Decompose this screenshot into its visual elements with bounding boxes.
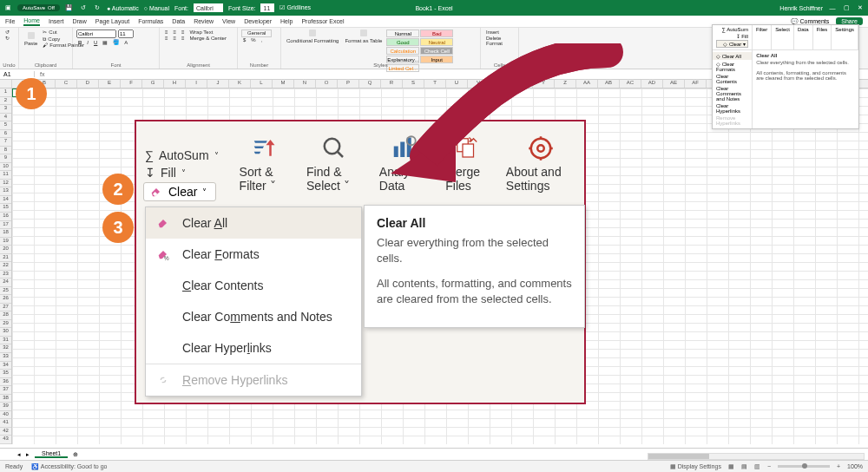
row-header[interactable]: 18 [0,229,11,238]
big-merge-files-button[interactable]: Merge Files [437,121,497,206]
menu-professor-excel[interactable]: Professor Excel [301,18,344,24]
menu-clear-comments[interactable]: Clear Comments and Notes [146,301,361,332]
row-header[interactable]: 17 [0,221,11,230]
big-sort-filter-button[interactable]: Sort & Filter ˅ [231,121,298,206]
col-header[interactable]: F [121,80,142,88]
col-header[interactable]: O [316,80,338,88]
big-autosum-button[interactable]: ∑ AutoSum ˅ [145,148,219,162]
align-top[interactable]: ≡ [163,30,170,36]
fillcolor-button[interactable]: 🪣 [111,40,121,46]
menu-file[interactable]: File [5,18,15,24]
row-header[interactable]: 2 [0,97,11,106]
row-header[interactable]: 37 [0,386,11,395]
row-header[interactable]: 40 [0,411,11,420]
col-header[interactable]: S [403,80,424,88]
col-header[interactable]: H [164,80,186,88]
col-header[interactable]: V [468,80,490,88]
undo-button[interactable]: ↺ [3,30,15,36]
col-header[interactable]: R [381,80,403,88]
row-header[interactable]: 15 [0,204,11,213]
underline-button[interactable]: U [92,40,99,46]
mini-select[interactable]: Select [772,25,794,49]
mini-clear-formats[interactable]: ◇ Clear Formats [713,60,752,73]
col-header[interactable]: AD [641,80,663,88]
col-header[interactable]: P [338,80,359,88]
mini-data[interactable]: Data [794,25,813,49]
menu-review[interactable]: Review [194,18,214,24]
mini-clear-contents[interactable]: Clear Contents [713,73,752,85]
col-header[interactable]: T [424,80,446,88]
row-header[interactable]: 30 [0,328,11,337]
close-icon[interactable]: ✕ [856,3,865,12]
menu-clear-all[interactable]: Clear All [146,207,361,239]
qat-fontsize-input[interactable] [260,3,274,12]
col-header[interactable]: AF [685,80,707,88]
paste-button[interactable]: Paste [23,32,39,47]
align-right[interactable]: ≡ [180,36,187,42]
row-header[interactable]: 3 [0,105,11,114]
fx-label[interactable]: fx [35,71,49,77]
row-header[interactable]: 33 [0,353,11,362]
currency-button[interactable]: $ [241,37,247,43]
big-fill-button[interactable]: ↧ Fill ˅ [145,166,219,180]
row-header[interactable]: 8 [0,147,11,155]
row-headers[interactable]: 1234567891011121314151617181920212223242… [0,88,12,444]
row-header[interactable]: 19 [0,238,11,246]
row-header[interactable]: 6 [0,130,11,139]
horizontal-scrollbar[interactable] [648,453,865,460]
row-header[interactable]: 10 [0,163,11,172]
mini-filter[interactable]: Filter [753,25,772,49]
format-cells-button[interactable]: Format [484,41,515,47]
mini-autosum[interactable]: ∑ AutoSum [716,27,748,32]
zoom-slider[interactable] [778,465,830,468]
zoom-out[interactable]: − [767,463,771,469]
bold-button[interactable]: B [76,40,83,46]
row-header[interactable]: 43 [0,436,11,444]
mini-clear-all[interactable]: ◇ Clear All [713,52,752,60]
col-header[interactable]: Y [533,80,555,88]
row-header[interactable]: 13 [0,187,11,196]
big-analyze-data-button[interactable]: Analyze Data [371,121,437,206]
row-header[interactable]: 16 [0,213,11,221]
menu-insert[interactable]: Insert [49,18,64,24]
zoom-level[interactable]: 100% [847,463,863,469]
maximize-icon[interactable]: ▢ [842,3,851,12]
sheet-tab-sheet1[interactable]: Sheet1 [35,450,68,458]
menu-help[interactable]: Help [280,18,293,24]
undo-icon[interactable]: ↺ [79,3,88,12]
row-header[interactable]: 24 [0,279,11,287]
row-header[interactable]: 21 [0,254,11,263]
row-header[interactable]: 27 [0,304,11,312]
col-header[interactable]: AB [598,80,620,88]
minimize-icon[interactable]: — [828,3,837,12]
col-header[interactable]: AE [663,80,685,88]
col-header[interactable]: Q [359,80,381,88]
comma-button[interactable]: , [260,37,265,43]
menu-clear-contents[interactable]: Clear Contents [146,270,361,301]
zoom-in[interactable]: + [837,463,840,469]
align-mid[interactable]: ≡ [172,30,179,36]
align-center[interactable]: ≡ [172,36,179,42]
col-header[interactable]: E [99,80,121,88]
row-header[interactable]: 12 [0,180,11,188]
menu-view[interactable]: View [222,18,235,24]
autosave-toggle[interactable]: AutoSave Off [17,4,60,11]
menu-draw[interactable]: Draw [72,18,86,24]
mini-clear-comments[interactable]: Clear Comments and Notes [713,85,752,102]
percent-button[interactable]: % [249,37,257,43]
col-header[interactable]: U [446,80,468,88]
row-header[interactable]: 26 [0,295,11,304]
col-header[interactable]: AA [576,80,598,88]
big-about-settings-button[interactable]: About and Settings [497,121,584,206]
col-header[interactable]: I [186,80,207,88]
row-header[interactable]: 29 [0,320,11,329]
status-accessibility[interactable]: ♿ Accessibility: Good to go [31,463,107,470]
name-box[interactable]: A1 [0,71,35,77]
delete-cells-button[interactable]: Delete [484,36,515,42]
col-header[interactable]: AC [620,80,641,88]
display-settings-button[interactable]: ▦ Display Settings [670,463,721,470]
big-clear-button[interactable]: Clear ˅ [143,182,216,201]
insert-cells-button[interactable]: Insert [484,30,515,36]
redo-icon[interactable]: ↻ [93,3,102,12]
col-header[interactable]: G [142,80,164,88]
